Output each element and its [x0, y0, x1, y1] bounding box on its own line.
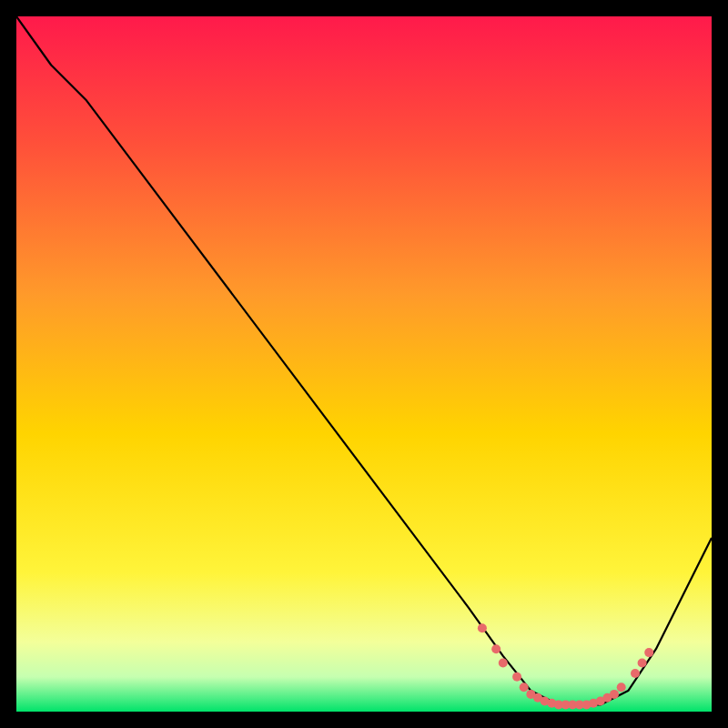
data-marker [617, 682, 626, 692]
chart-svg [16, 16, 712, 712]
chart-frame: TheBottleneck.com [16, 16, 712, 712]
data-marker [520, 682, 529, 692]
data-marker [478, 623, 487, 632]
data-marker [638, 659, 647, 668]
data-marker [512, 672, 521, 682]
data-marker [644, 648, 653, 657]
data-marker [499, 659, 508, 668]
gradient-background [16, 16, 712, 712]
data-marker [610, 690, 619, 699]
data-marker [491, 644, 500, 653]
data-marker [631, 669, 640, 678]
